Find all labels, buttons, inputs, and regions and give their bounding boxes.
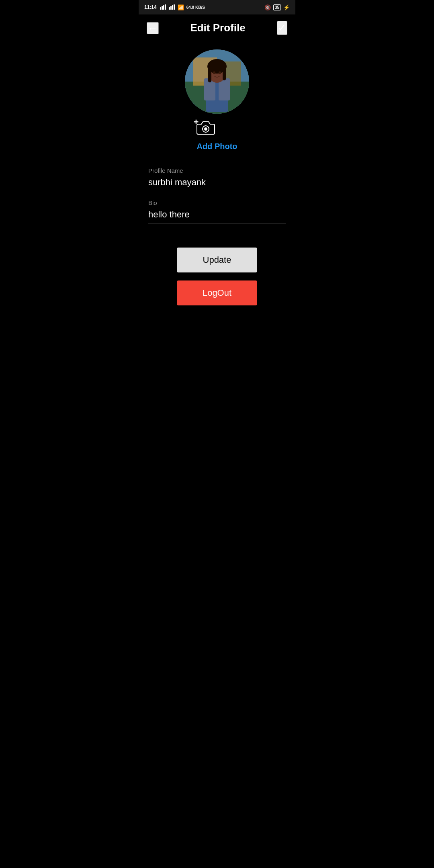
profile-name-label: Profile Name: [148, 167, 286, 174]
time-display: 11:14: [144, 4, 157, 10]
svg-rect-19: [223, 66, 226, 80]
battery-indicator: 35: [273, 4, 281, 10]
status-bar: 11:14 📶 64.0 KB/S 🔇 35 ⚡: [139, 0, 295, 14]
svg-rect-4: [169, 7, 170, 10]
svg-point-21: [219, 72, 221, 74]
bio-input[interactable]: [148, 209, 286, 223]
save-button[interactable]: ✓: [277, 21, 287, 35]
svg-rect-3: [165, 4, 166, 10]
status-right: 🔇 35 ⚡: [264, 4, 290, 10]
svg-rect-5: [170, 6, 172, 10]
svg-point-20: [213, 72, 215, 74]
charging-icon: ⚡: [283, 4, 290, 10]
app-bar: ← Edit Profile ✓: [139, 14, 295, 41]
wifi-icon: 📶: [178, 4, 184, 10]
add-photo-button[interactable]: + Add Photo: [197, 120, 237, 151]
buttons-section: Update LogOut: [139, 235, 295, 317]
add-photo-label[interactable]: Add Photo: [197, 142, 237, 151]
page-title: Edit Profile: [190, 22, 245, 34]
bio-label: Bio: [148, 199, 286, 206]
svg-rect-2: [163, 5, 164, 10]
svg-rect-0: [160, 7, 161, 10]
update-button[interactable]: Update: [177, 248, 257, 272]
photo-section: + Add Photo: [139, 41, 295, 155]
profile-name-field: Profile Name: [148, 167, 286, 191]
avatar[interactable]: [185, 49, 249, 114]
back-button[interactable]: ←: [147, 22, 159, 34]
signal-icon: [160, 4, 167, 11]
svg-rect-18: [208, 66, 211, 82]
avatar-image: [185, 49, 249, 114]
svg-point-23: [204, 127, 207, 131]
svg-rect-6: [172, 5, 173, 10]
profile-name-input[interactable]: [148, 177, 286, 191]
status-left: 11:14 📶 64.0 KB/S: [144, 4, 205, 11]
svg-rect-7: [174, 4, 175, 10]
signal-icon-2: [169, 4, 176, 11]
plus-icon: +: [193, 118, 199, 127]
svg-rect-1: [162, 6, 163, 10]
camera-icon-wrapper: +: [197, 120, 217, 138]
mute-icon: 🔇: [264, 4, 271, 10]
form-section: Profile Name Bio: [139, 155, 295, 235]
camera-icon: [197, 120, 215, 135]
speed-display: 64.0 KB/S: [186, 5, 205, 10]
bio-field: Bio: [148, 199, 286, 223]
logout-button[interactable]: LogOut: [177, 280, 257, 305]
